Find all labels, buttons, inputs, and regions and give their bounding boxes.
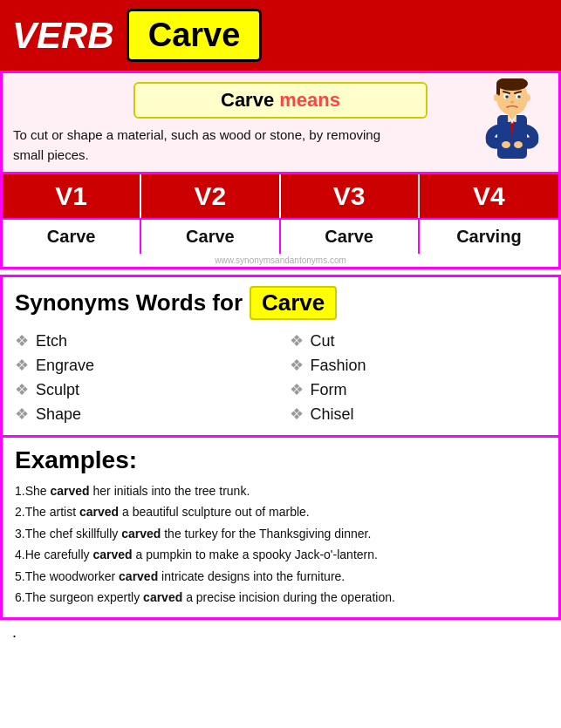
svg-rect-2	[496, 84, 500, 96]
synonym-label: Etch	[36, 332, 67, 350]
synonyms-grid: ❖ Etch ❖ Engrave ❖ Sculpt ❖ Shape ❖ Cut	[15, 329, 546, 426]
svg-point-16	[502, 141, 510, 148]
synonym-label: Cut	[311, 332, 335, 350]
examples-title: Examples:	[15, 446, 546, 474]
synonym-label: Sculpt	[36, 381, 79, 399]
synonym-shape: ❖ Shape	[15, 402, 272, 426]
header-bar: VERB Carve	[0, 0, 561, 71]
diamond-icon: ❖	[290, 331, 304, 350]
character-illustration	[473, 78, 551, 174]
v3-value: Carve	[281, 220, 420, 254]
example-item-6: 6.The surgeon expertly carved a precise …	[15, 588, 546, 607]
svg-point-11	[525, 94, 530, 101]
v2-header: V2	[141, 174, 280, 218]
v-forms-section: V1 V2 V3 V4 Carve Carve Carve Carving ww…	[0, 174, 561, 269]
v3-header: V3	[281, 174, 420, 218]
synonyms-highlight-word: Carve	[250, 286, 337, 320]
examples-list: 1.She carved her initials into the tree …	[15, 481, 546, 607]
example-item-2: 2.The artist carved a beautiful sculptur…	[15, 502, 546, 521]
example-item-4: 4.He carefully carved a pumpkin to make …	[15, 545, 546, 564]
footer-dot: .	[0, 620, 561, 645]
means-title-suffix: means	[274, 89, 340, 111]
example-item-5: 5.The woodworker carved intricate design…	[15, 567, 546, 586]
svg-point-17	[514, 141, 523, 148]
diamond-icon: ❖	[15, 356, 29, 375]
synonym-label: Chisel	[311, 405, 354, 424]
synonym-fashion: ❖ Fashion	[290, 353, 547, 378]
means-definition: To cut or shape a material, such as wood…	[13, 126, 414, 165]
synonym-chisel: ❖ Chisel	[290, 402, 547, 426]
synonym-engrave: ❖ Engrave	[15, 353, 272, 378]
v2-value: Carve	[141, 220, 280, 254]
diamond-icon: ❖	[15, 331, 29, 350]
verb-label: VERB	[12, 15, 114, 57]
watermark: www.synonymsandantonyms.com	[3, 254, 558, 267]
diamond-icon: ❖	[290, 405, 304, 424]
synonyms-left-col: ❖ Etch ❖ Engrave ❖ Sculpt ❖ Shape	[15, 329, 272, 426]
synonym-label: Shape	[36, 405, 81, 424]
synonym-label: Form	[311, 381, 347, 399]
means-title-word: Carve	[221, 89, 274, 111]
synonyms-title: Synonyms Words for Carve	[15, 286, 546, 320]
svg-point-9	[510, 101, 514, 104]
v1-header: V1	[3, 174, 141, 218]
v4-header: V4	[420, 174, 558, 218]
synonym-form: ❖ Form	[290, 378, 547, 402]
diamond-icon: ❖	[290, 356, 304, 375]
synonym-etch: ❖ Etch	[15, 329, 272, 353]
character-svg	[473, 78, 551, 174]
v-data-row: Carve Carve Carve Carving	[3, 218, 558, 254]
svg-point-6	[517, 95, 521, 99]
means-section: Carve means To cut or shape a material, …	[0, 71, 561, 174]
header-word-box: Carve	[127, 9, 263, 62]
synonyms-section: Synonyms Words for Carve ❖ Etch ❖ Engrav…	[0, 275, 561, 438]
example-item-1: 1.She carved her initials into the tree …	[15, 481, 546, 500]
header-word: Carve	[148, 17, 241, 53]
v-header-row: V1 V2 V3 V4	[3, 174, 558, 218]
synonyms-title-text: Synonyms Words for	[15, 289, 243, 316]
v1-value: Carve	[3, 220, 141, 254]
examples-section: Examples: 1.She carved her initials into…	[0, 438, 561, 620]
synonym-sculpt: ❖ Sculpt	[15, 378, 272, 402]
diamond-icon: ❖	[15, 405, 29, 424]
synonym-label: Engrave	[36, 357, 94, 375]
means-title-box: Carve means	[133, 82, 428, 119]
svg-point-5	[505, 95, 509, 99]
diamond-icon: ❖	[15, 380, 29, 399]
synonym-cut: ❖ Cut	[290, 329, 547, 353]
example-item-3: 3.The chef skillfully carved the turkey …	[15, 524, 546, 543]
synonyms-right-col: ❖ Cut ❖ Fashion ❖ Form ❖ Chisel	[290, 329, 547, 426]
synonym-label: Fashion	[311, 357, 366, 375]
svg-point-10	[494, 94, 499, 101]
diamond-icon: ❖	[290, 380, 304, 399]
v4-value: Carving	[420, 220, 558, 254]
